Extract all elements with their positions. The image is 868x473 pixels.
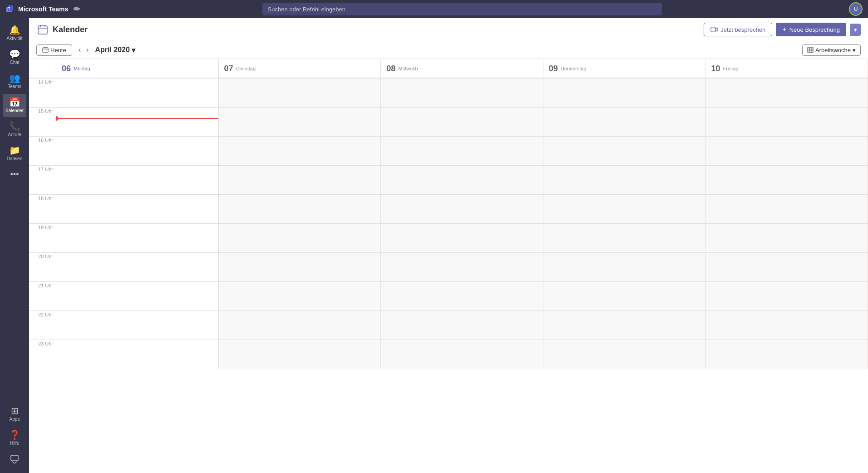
activity-icon: 🔔 — [9, 25, 20, 34]
sidebar-item-apps[interactable]: ⊞ Apps — [3, 403, 26, 426]
day-slot-cell[interactable] — [219, 281, 381, 310]
chat-icon: 💬 — [9, 49, 20, 59]
teams-icon: 👥 — [9, 74, 20, 83]
day-slot-cell[interactable] — [56, 340, 218, 369]
day-slot-cell[interactable] — [543, 165, 705, 194]
day-slot-cell[interactable] — [219, 78, 381, 107]
day-slot-cell[interactable] — [219, 136, 381, 165]
prev-week-button[interactable]: ‹ — [76, 44, 84, 56]
day-slot-cell[interactable] — [543, 310, 705, 340]
apps-icon: ⊞ — [11, 406, 19, 415]
today-button[interactable]: Heute — [36, 44, 72, 56]
day-slot-cell[interactable] — [219, 340, 381, 369]
day-slot-cell[interactable] — [543, 223, 705, 252]
time-slots: 14 Uhr15 Uhr16 Uhr17 Uhr18 Uhr19 Uhr20 U… — [29, 78, 56, 473]
day-number-08: 08 — [386, 64, 395, 73]
day-slot-cell[interactable] — [543, 252, 705, 281]
day-slot-cell[interactable] — [543, 340, 705, 369]
day-slot-cell[interactable] — [381, 107, 543, 136]
calendar-scroll-area[interactable] — [56, 78, 868, 473]
sidebar-item-files[interactable]: 📁 Dateien — [3, 142, 26, 165]
day-slot-cell[interactable] — [705, 78, 868, 107]
day-slot-cell[interactable] — [56, 194, 218, 223]
day-slot-cell[interactable] — [543, 281, 705, 310]
day-slot-cell[interactable] — [219, 107, 381, 136]
day-slot-cell[interactable] — [381, 281, 543, 310]
day-slot-cell[interactable] — [543, 194, 705, 223]
calendar-header-actions: Jetzt besprechen + Neue Besprechung ▾ — [704, 23, 861, 36]
time-slot: 19 Uhr — [29, 223, 56, 252]
day-header-wed: 08 Mittwoch — [381, 59, 543, 78]
day-number-09: 09 — [549, 64, 558, 73]
day-slot-cell[interactable] — [56, 165, 218, 194]
search-bar[interactable] — [262, 3, 662, 15]
edit-icon[interactable]: ✏ — [74, 4, 80, 14]
day-slot-cell[interactable] — [543, 107, 705, 136]
day-slot-cell[interactable] — [56, 252, 218, 281]
day-slot-cell[interactable] — [219, 165, 381, 194]
days-area: 06 Montag 07 Dienstag 08 Mittwoch 09 Don… — [56, 59, 868, 473]
day-slot-cell[interactable] — [705, 281, 868, 310]
day-slot-cell[interactable] — [219, 310, 381, 340]
day-slot-cell[interactable] — [381, 165, 543, 194]
meet-now-button[interactable]: Jetzt besprechen — [704, 23, 772, 36]
sidebar-item-calendar[interactable]: 📅 Kalender — [3, 94, 26, 117]
day-slot-cell[interactable] — [56, 107, 218, 136]
time-slot: 21 Uhr — [29, 281, 56, 310]
day-slot-cell[interactable] — [381, 78, 543, 107]
search-input[interactable] — [262, 3, 662, 15]
day-slot-cell[interactable] — [705, 223, 868, 252]
view-selector[interactable]: Arbeitswoche ▾ — [802, 44, 861, 56]
day-slot-cell[interactable] — [705, 340, 868, 369]
sidebar-item-chat[interactable]: 💬 Chat — [3, 46, 26, 69]
time-slot: 16 Uhr — [29, 136, 56, 165]
day-slot-cell[interactable] — [381, 252, 543, 281]
chevron-down-icon: ▾ — [132, 46, 135, 54]
svg-rect-4 — [38, 26, 47, 34]
sidebar-item-teams[interactable]: 👥 Teams — [3, 70, 26, 93]
day-slot-cell[interactable] — [705, 194, 868, 223]
day-slot-cell[interactable] — [219, 252, 381, 281]
day-slot-cell[interactable] — [381, 136, 543, 165]
avatar[interactable]: U — [849, 2, 863, 16]
help-icon: ❓ — [9, 430, 20, 439]
svg-rect-8 — [711, 27, 715, 32]
day-slot-cell[interactable] — [56, 223, 218, 252]
day-slot-cell[interactable] — [381, 310, 543, 340]
day-slot-cell[interactable] — [56, 281, 218, 310]
day-slot-cell[interactable] — [705, 252, 868, 281]
day-slot-cell[interactable] — [705, 165, 868, 194]
day-col-thu[interactable] — [543, 78, 706, 369]
day-slot-cell[interactable] — [705, 107, 868, 136]
sidebar-more[interactable]: ••• — [3, 166, 26, 183]
content-area: Kalender Jetzt besprechen + Neue Besprec… — [29, 18, 868, 473]
day-slot-cell[interactable] — [219, 194, 381, 223]
sidebar-item-feedback[interactable] — [3, 451, 26, 468]
day-slot-cell[interactable] — [56, 78, 218, 107]
day-slot-cell[interactable] — [543, 78, 705, 107]
day-slot-cell[interactable] — [705, 310, 868, 340]
day-col-wed[interactable] — [381, 78, 543, 369]
day-slot-cell[interactable] — [219, 223, 381, 252]
day-slot-cell[interactable] — [381, 340, 543, 369]
day-slot-cell[interactable] — [381, 194, 543, 223]
new-meeting-dropdown-button[interactable]: ▾ — [850, 24, 861, 36]
sidebar-item-activity[interactable]: 🔔 Aktivität — [3, 22, 26, 45]
next-week-button[interactable]: › — [84, 44, 91, 56]
day-slot-cell[interactable] — [381, 223, 543, 252]
day-slot-cell[interactable] — [543, 136, 705, 165]
day-slot-cell[interactable] — [56, 136, 218, 165]
new-meeting-button[interactable]: + Neue Besprechung — [776, 23, 846, 36]
day-name-fri: Freitag — [723, 66, 738, 71]
sidebar-item-help[interactable]: ❓ Hilfe — [3, 427, 26, 450]
main-layout: 🔔 Aktivität 💬 Chat 👥 Teams 📅 Kalender 📞 … — [0, 18, 868, 473]
sidebar-item-calls[interactable]: 📞 Anrufe — [3, 118, 26, 141]
calendar-grid: 14 Uhr15 Uhr16 Uhr17 Uhr18 Uhr19 Uhr20 U… — [29, 59, 868, 473]
day-slot-cell[interactable] — [56, 310, 218, 340]
time-slot: 20 Uhr — [29, 252, 56, 281]
day-col-mon[interactable] — [56, 78, 219, 369]
month-selector[interactable]: April 2020 ▾ — [95, 46, 135, 54]
day-col-tue[interactable] — [219, 78, 381, 369]
day-col-fri[interactable] — [705, 78, 868, 369]
day-slot-cell[interactable] — [705, 136, 868, 165]
